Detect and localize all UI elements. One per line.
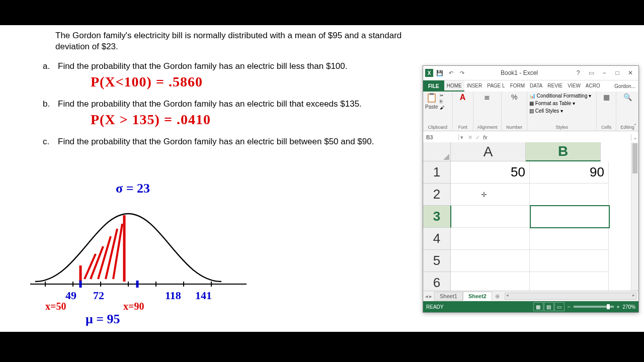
expand-formula-bar-icon[interactable]: ⌄ <box>631 134 638 141</box>
mu-label: μ = 95 <box>86 312 120 327</box>
zoom-slider[interactable] <box>574 306 614 308</box>
cell-a5[interactable] <box>451 250 530 272</box>
sheet-tab-sheet1[interactable]: Sheet1 <box>434 292 463 301</box>
cell-b6[interactable] <box>530 272 609 291</box>
row-6: 6 <box>423 272 631 291</box>
zoom-thumb[interactable] <box>607 304 610 309</box>
page-break-view-icon[interactable]: ▭ <box>554 302 565 311</box>
zoom-in-icon[interactable]: + <box>617 304 620 310</box>
format-painter-icon[interactable]: 🖌 <box>440 105 444 110</box>
tab-review[interactable]: REVIE <box>545 80 565 92</box>
normal-curve-area: σ = 23 <box>30 191 247 317</box>
cell-styles-button[interactable]: ▧ Cell Styles ▾ <box>529 108 594 114</box>
undo-icon[interactable]: ↶ <box>446 68 455 77</box>
svg-rect-17 <box>428 94 435 102</box>
collapse-ribbon-icon[interactable]: ˄ <box>634 123 636 129</box>
label-a: a. <box>43 61 58 71</box>
ribbon-options-icon[interactable]: ▭ <box>585 68 597 78</box>
subproblem-c: c. Find the probability that the Gordon … <box>43 137 438 147</box>
row-header-6[interactable]: 6 <box>423 272 451 291</box>
font-button[interactable]: A <box>455 93 471 102</box>
spreadsheet-grid[interactable]: A B 1 50 90 2 ✛ 3 4 <box>423 142 631 291</box>
row-header-2[interactable]: 2 <box>423 184 451 206</box>
tab-acrobat[interactable]: ACRO <box>583 80 603 92</box>
cell-a2[interactable]: ✛ <box>451 184 530 206</box>
editing-button[interactable]: 🔍 <box>618 93 636 101</box>
vertical-scroll-thumb[interactable] <box>632 143 637 173</box>
enter-formula-icon[interactable]: ✓ <box>475 134 480 141</box>
row-5: 5 <box>423 250 631 272</box>
status-bar: READY ▦ ▤ ▭ − + 270% <box>423 301 638 312</box>
row-header-5[interactable]: 5 <box>423 250 451 272</box>
cancel-formula-icon[interactable]: ✕ <box>468 134 472 141</box>
paste-button[interactable]: Paste <box>425 93 438 110</box>
maximize-icon[interactable]: □ <box>611 68 623 78</box>
column-header-a[interactable]: A <box>451 142 526 161</box>
minimize-icon[interactable]: − <box>598 68 610 78</box>
tab-view[interactable]: VIEW <box>565 80 583 92</box>
align-icon: ≣ <box>484 93 490 101</box>
name-box-dropdown-icon[interactable]: ▾ <box>459 134 465 141</box>
cells-button[interactable]: ▦ <box>599 93 614 101</box>
column-header-b[interactable]: B <box>526 142 601 161</box>
page-layout-view-icon[interactable]: ▤ <box>544 302 554 311</box>
cell-b5[interactable] <box>530 250 609 272</box>
document-pane: The Gordon family's electricity bill is … <box>0 25 438 337</box>
normal-view-icon[interactable]: ▦ <box>533 302 543 311</box>
save-icon[interactable]: 💾 <box>435 68 444 77</box>
redo-icon[interactable]: ↷ <box>457 68 466 77</box>
copy-icon[interactable]: ⎘ <box>440 99 444 104</box>
number-group-label: Number <box>504 125 525 130</box>
tab-home[interactable]: HOME <box>444 80 464 92</box>
cut-icon[interactable]: ✂ <box>440 93 444 98</box>
add-sheet-icon[interactable]: ⊕ <box>492 293 503 300</box>
svg-line-13 <box>106 229 117 279</box>
tab-insert[interactable]: INSER <box>464 80 485 92</box>
row-header-4[interactable]: 4 <box>423 228 451 250</box>
name-box[interactable]: B3 <box>423 134 459 140</box>
help-icon[interactable]: ? <box>572 68 584 78</box>
svg-line-10 <box>85 254 96 279</box>
alignment-button[interactable]: ≣ <box>475 93 500 101</box>
tab-file[interactable]: FILE <box>423 80 444 92</box>
cell-a3[interactable] <box>451 206 530 228</box>
tab-data[interactable]: DATA <box>527 80 545 92</box>
zoom-out-icon[interactable]: − <box>568 304 571 310</box>
fx-icon[interactable]: fx <box>483 134 488 140</box>
tab-page-layout[interactable]: PAGE L <box>485 80 507 92</box>
sheet-tab-sheet2[interactable]: Sheet2 <box>463 292 492 301</box>
column-headers: A B <box>423 142 631 161</box>
next-sheet-icon[interactable]: ▸ <box>429 293 432 300</box>
row-header-1[interactable]: 1 <box>423 161 451 184</box>
text-a: Find the probability that the Gordon fam… <box>58 61 438 71</box>
cell-b2[interactable] <box>530 184 609 206</box>
horizontal-scrollbar[interactable]: ◂ ▸ <box>505 293 636 300</box>
hscroll-left-icon[interactable]: ◂ <box>506 293 509 298</box>
user-account[interactable]: Gordon... <box>614 80 638 92</box>
status-ready: READY <box>426 304 443 310</box>
row-header-3[interactable]: 3 <box>423 206 451 228</box>
prev-sheet-icon[interactable]: ◂ <box>425 293 428 300</box>
excel-titlebar[interactable]: X 💾 ↶ ↷ Book1 - Excel ? ▭ − □ ✕ <box>423 66 638 80</box>
cell-b1[interactable]: 90 <box>530 161 609 184</box>
clipboard-mini: ✂ ⎘ 🖌 <box>440 93 444 110</box>
cell-b4[interactable] <box>530 228 609 250</box>
zoom-level[interactable]: 270% <box>622 304 635 310</box>
sigma-label: σ = 23 <box>116 181 150 196</box>
cell-b3[interactable] <box>530 206 609 228</box>
tab-formulas[interactable]: FORM <box>508 80 527 92</box>
select-all-corner[interactable] <box>423 142 451 161</box>
cell-a1[interactable]: 50 <box>451 161 530 184</box>
close-icon[interactable]: ✕ <box>624 68 636 78</box>
vertical-scrollbar[interactable] <box>631 142 638 291</box>
ribbon-group-styles: 📊 Conditional Formatting ▾ ▦ Format as T… <box>527 92 597 131</box>
number-button[interactable]: % <box>504 93 525 101</box>
ribbon-group-alignment: ≣ Alignment <box>473 92 502 131</box>
format-as-table-button[interactable]: ▦ Format as Table ▾ <box>529 101 594 106</box>
cell-a6[interactable] <box>451 272 530 291</box>
axis-49: 49 <box>65 289 76 302</box>
cell-a4[interactable] <box>451 228 530 250</box>
conditional-formatting-button[interactable]: 📊 Conditional Formatting ▾ <box>529 93 594 99</box>
answer-a: P(X<100) = .5860 <box>91 74 438 90</box>
hscroll-right-icon[interactable]: ▸ <box>632 293 635 298</box>
